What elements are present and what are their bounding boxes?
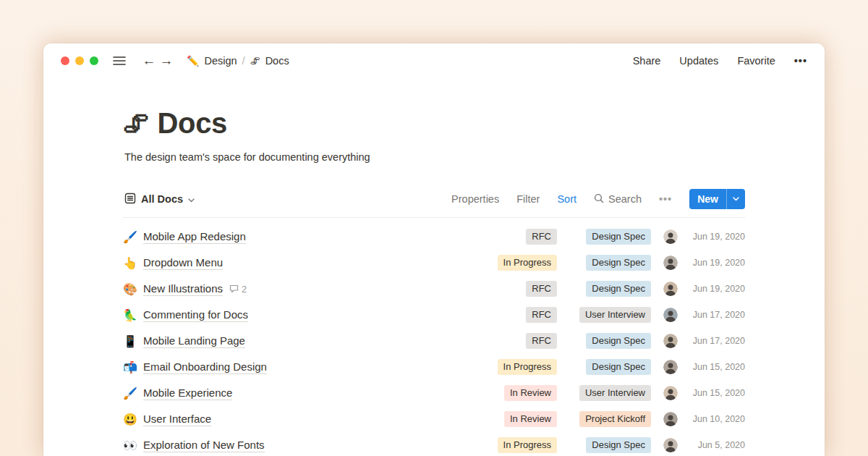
search-button[interactable]: Search [594, 193, 642, 206]
avatar-cell [663, 334, 678, 348]
doc-emoji-icon: 🦜 [123, 308, 143, 322]
avatar-cell [663, 256, 678, 270]
traffic-lights [61, 56, 98, 65]
new-button-chevron-down-icon[interactable] [727, 189, 745, 209]
new-button[interactable]: New [689, 189, 745, 209]
table-row[interactable]: 🎨 New Illustrations 2 RFC Design Spec Ju… [123, 276, 745, 302]
breadcrumb-item-design[interactable]: Design [204, 55, 237, 67]
tag-badge: Design Spec [586, 229, 651, 245]
doc-date: Jun 5, 2020 [684, 440, 745, 450]
avatar-cell [663, 229, 678, 244]
doc-emoji-icon: 🖌️ [123, 230, 143, 244]
tag-badge: User Interview [579, 307, 651, 323]
doc-emoji-icon: 🎨 [123, 282, 143, 296]
properties-button[interactable]: Properties [451, 193, 499, 205]
view-switcher[interactable]: All Docs [123, 193, 195, 206]
tag-cell-2: Design Spec [557, 437, 651, 453]
tag-badge: In Review [504, 385, 557, 401]
tag-cell-2: Design Spec [557, 359, 651, 375]
zoom-window-button[interactable] [90, 56, 98, 65]
table-row[interactable]: 👆 Dropdown Menu In Progress Design Spec … [123, 250, 745, 276]
tag-badge: Design Spec [586, 333, 651, 349]
tag-badge: User Interview [579, 385, 651, 401]
updates-button[interactable]: Updates [679, 55, 718, 67]
breadcrumb-item-docs[interactable]: Docs [265, 55, 289, 67]
docs-table: 🖌️ Mobile App Redesign RFC Design Spec J… [123, 224, 745, 456]
doc-title-link[interactable]: Dropdown Menu [143, 256, 223, 270]
table-row[interactable]: 🖌️ Mobile App Redesign RFC Design Spec J… [123, 224, 745, 250]
pencil-icon: ✏️ [187, 55, 199, 67]
doc-title-link[interactable]: Commenting for Docs [143, 308, 248, 322]
table-row[interactable]: 👀 Exploration of New Fonts In Progress D… [123, 432, 745, 456]
avatar-cell [663, 386, 678, 400]
hamburger-menu-icon[interactable] [113, 56, 126, 66]
tag-badge: In Progress [498, 437, 557, 453]
doc-date: Jun 15, 2020 [684, 362, 745, 372]
doc-title-link[interactable]: Email Onboarding Design [143, 360, 267, 374]
view-list-icon [124, 193, 136, 206]
doc-title-link[interactable]: User Interface [143, 413, 211, 426]
toolbar-more-button[interactable]: ••• [659, 193, 672, 205]
more-options-button[interactable]: ••• [794, 55, 807, 67]
avatar [663, 256, 678, 270]
favorite-button[interactable]: Favorite [737, 55, 775, 67]
tag-cell-2: Design Spec [557, 229, 651, 245]
forward-arrow-icon[interactable]: → [158, 53, 175, 69]
tag-cell-1: In Progress [470, 437, 557, 453]
toolbar-right: Properties Filter Sort Search ••• New [451, 189, 745, 209]
table-row[interactable]: 😃 User Interface In Review Project Kicko… [123, 406, 745, 432]
table-row[interactable]: 📱 Mobile Landing Page RFC Design Spec Ju… [123, 328, 745, 354]
paperclip-icon: 🖇 [250, 55, 260, 67]
doc-title-link[interactable]: Mobile Experience [143, 387, 232, 400]
tag-badge: Design Spec [586, 437, 651, 453]
close-window-button[interactable] [61, 56, 69, 65]
breadcrumb: ✏️ Design / 🖇 Docs [187, 55, 289, 67]
tag-cell-1: RFC [470, 333, 557, 349]
new-button-label[interactable]: New [689, 189, 726, 209]
share-button[interactable]: Share [633, 55, 661, 67]
doc-emoji-icon: 👀 [123, 439, 143, 452]
paperclip-page-icon[interactable]: 🖇 [123, 109, 149, 139]
chevron-down-icon [188, 193, 195, 205]
back-arrow-icon[interactable]: ← [140, 53, 158, 69]
doc-emoji-icon: 📱 [123, 334, 143, 348]
comment-count: 2 [229, 284, 247, 295]
tag-cell-1: In Progress [470, 255, 557, 271]
avatar [663, 386, 678, 400]
doc-title-link[interactable]: Mobile App Redesign [143, 230, 246, 244]
tag-cell-2: Project Kickoff [557, 411, 651, 427]
search-label: Search [608, 193, 642, 205]
desktop-background: ← → ✏️ Design / 🖇 Docs Share Updates Fav… [0, 0, 868, 456]
search-icon [594, 193, 604, 206]
avatar-cell [663, 438, 678, 452]
tag-badge: In Progress [498, 255, 557, 271]
doc-title-link[interactable]: Mobile Landing Page [143, 334, 245, 348]
tag-badge: RFC [526, 281, 557, 297]
tag-badge: In Progress [498, 359, 557, 375]
page-content: 🖇 Docs The design team's space for docum… [43, 107, 825, 456]
doc-date: Jun 10, 2020 [684, 414, 745, 424]
doc-date: Jun 17, 2020 [684, 336, 745, 346]
table-row[interactable]: 📬 Email Onboarding Design In Progress De… [123, 354, 745, 380]
tag-badge: RFC [526, 307, 557, 323]
comment-bubble-icon [229, 284, 239, 293]
minimize-window-button[interactable] [75, 56, 84, 65]
tag-cell-1: In Review [470, 385, 557, 401]
avatar [663, 308, 678, 322]
tag-cell-1: RFC [470, 229, 557, 245]
doc-date: Jun 17, 2020 [684, 310, 745, 320]
table-toolbar: All Docs Properties Filter Sort Search [123, 189, 745, 218]
table-row[interactable]: 🦜 Commenting for Docs RFC User Interview… [123, 302, 745, 328]
doc-emoji-icon: 🖌️ [123, 387, 143, 400]
doc-title-link[interactable]: New Illustrations [143, 282, 223, 296]
table-row[interactable]: 🖌️ Mobile Experience In Review User Inte… [123, 380, 745, 406]
avatar [663, 412, 678, 426]
avatar [663, 334, 678, 348]
tag-cell-2: Design Spec [557, 281, 651, 297]
filter-button[interactable]: Filter [516, 193, 540, 205]
doc-title-link[interactable]: Exploration of New Fonts [143, 439, 265, 452]
sort-button[interactable]: Sort [557, 193, 576, 205]
tag-badge: Design Spec [586, 359, 651, 375]
avatar-cell [663, 360, 678, 374]
tag-badge: Project Kickoff [579, 411, 651, 427]
